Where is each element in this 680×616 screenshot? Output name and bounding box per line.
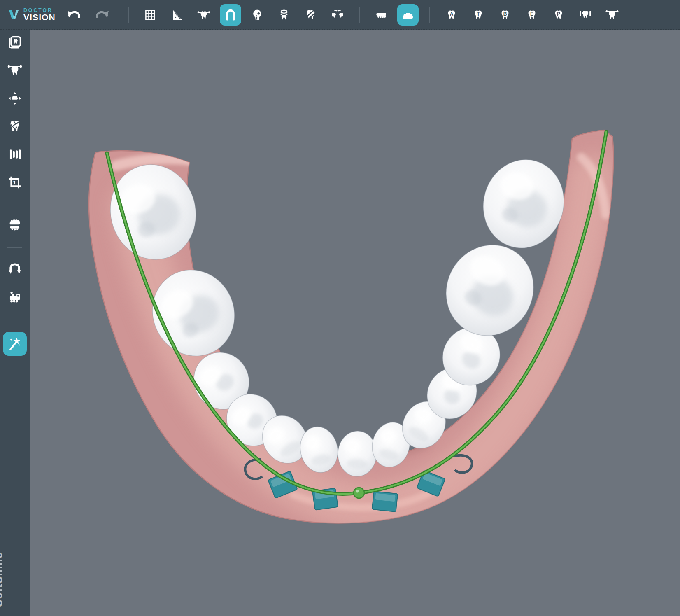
train-icon [7, 289, 23, 305]
occlusion-contacts-button[interactable] [273, 4, 295, 26]
tooth-segmentation-button[interactable] [3, 117, 27, 136]
app-logo: DOCTOR VISION [0, 8, 56, 22]
sidebar-separator [7, 247, 22, 248]
sidebar-separator [7, 320, 22, 320]
denture-strip-icon [374, 8, 388, 22]
grid-icon [143, 8, 157, 22]
tooth-card-icon [7, 35, 23, 50]
brand-vision-text: VISION [23, 13, 56, 21]
teeth-arrows-icon [331, 8, 345, 22]
attachments-t-button[interactable]: T [468, 4, 489, 26]
toolbar-group [370, 4, 419, 26]
set-square-icon [170, 8, 184, 22]
svg-text:A: A [449, 11, 453, 17]
model-viewport[interactable] [30, 30, 680, 616]
toolbar-group: ATBEP [441, 4, 623, 26]
toolbar-separator [359, 7, 360, 23]
tooth-diagonal-icon [304, 8, 318, 22]
tooth-crossbar-icon [197, 8, 211, 22]
tooth-bar-button[interactable] [601, 4, 623, 26]
tooth-topbar-icon [605, 8, 619, 22]
archwire-control-point-highlight [356, 490, 359, 493]
lower-arch-model[interactable] [30, 30, 680, 616]
cephalometric-button[interactable] [247, 4, 268, 26]
tooth-card-button[interactable] [3, 33, 27, 52]
tooth-letter-icon: B [498, 8, 512, 22]
attachments-a-button[interactable]: A [441, 4, 462, 26]
arch-icon [224, 8, 238, 22]
arch-transform-button[interactable] [3, 89, 27, 108]
arch-move-icon [7, 91, 23, 106]
toolbar-tools: ATBEP [117, 4, 623, 26]
brand-v-icon [7, 9, 20, 21]
tooth-facets-icon [7, 119, 23, 134]
rotate-arch-icon [7, 261, 23, 277]
toolbar-separator [429, 7, 430, 23]
softsmile-logo: SoftSmile [0, 552, 5, 607]
treatment-train-button[interactable] [3, 287, 27, 306]
ipr-spacing-button[interactable] [327, 4, 348, 26]
topbar: DOCTOR VISION ATBEP [0, 0, 680, 30]
svg-text:P: P [557, 11, 560, 17]
attachments-p-button[interactable]: P [548, 4, 569, 26]
stage-one-button[interactable]: 1 [3, 173, 27, 192]
tooth-letter-icon: E [525, 8, 539, 22]
rotate-arch-button[interactable] [3, 259, 27, 278]
tooth-waves-icon [277, 8, 291, 22]
svg-text:B: B [503, 11, 507, 17]
redo-icon [95, 7, 110, 23]
tooth-topbar-icon [7, 63, 23, 78]
tooth-letter-icon: A [445, 8, 459, 22]
toolbar-separator [128, 7, 129, 23]
redo-button[interactable] [93, 6, 112, 24]
tooth-cut-button[interactable] [300, 4, 321, 26]
svg-text:E: E [530, 11, 533, 17]
tooth-guards-icon [578, 8, 592, 22]
history-buttons [65, 6, 112, 24]
measure-ruler-button[interactable] [166, 4, 188, 26]
grid-button[interactable] [140, 4, 161, 26]
svg-text:1: 1 [13, 180, 16, 186]
gums-teeth-icon [401, 8, 415, 22]
tooth-guards-button[interactable] [575, 4, 596, 26]
undo-button[interactable] [65, 6, 83, 24]
opposite-arch-view-button[interactable] [370, 4, 392, 26]
arch-form-button[interactable] [220, 4, 241, 26]
toolbar-group [140, 4, 348, 26]
tooth-width-button[interactable] [193, 4, 214, 26]
archwire-control-point[interactable] [354, 488, 364, 498]
attachment-bracket[interactable] [372, 491, 398, 512]
svg-text:T: T [477, 11, 480, 17]
occlusion-dentures-button[interactable] [3, 215, 27, 234]
skull-icon [250, 8, 264, 22]
attachments-b-button[interactable]: B [494, 4, 516, 26]
magic-wand-icon [7, 336, 23, 352]
powered-by: Powered by SoftSmile [0, 552, 5, 607]
gums-view-button[interactable] [397, 4, 419, 26]
auto-setup-wand-button[interactable] [3, 332, 27, 356]
denture-icon [7, 217, 23, 232]
tooth-measure-button[interactable] [3, 61, 27, 80]
fine-adjustments-button[interactable] [3, 145, 27, 164]
doctor-vision-app: DOCTOR VISION ATBEP 1 Powered by SoftSmi… [0, 0, 680, 616]
undo-icon [66, 7, 82, 23]
tooth-letter-icon: P [552, 8, 566, 22]
attachments-e-button[interactable]: E [521, 4, 543, 26]
sliders-icon [7, 147, 23, 162]
sidebar: 1 Powered by SoftSmile [0, 30, 30, 616]
sidebar-tools: 1 [0, 33, 30, 365]
crop-one-icon: 1 [7, 175, 23, 190]
tooth-letter-icon: T [471, 8, 485, 22]
